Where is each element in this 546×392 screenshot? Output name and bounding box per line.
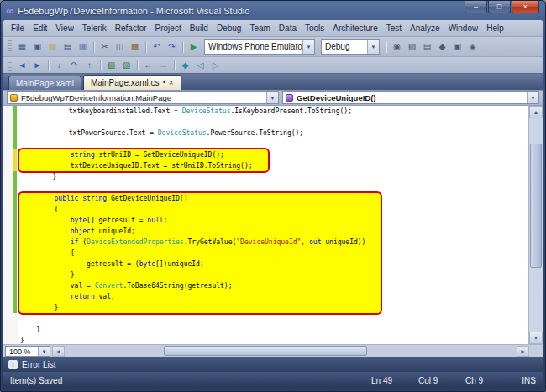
tab-mainpage-xaml-cs[interactable]: MainPage.xaml.cs•× [83,75,181,90]
menu-debug[interactable]: Debug [213,22,245,34]
code-line[interactable]: txtkeyboardinstalled.Text = DeviceStatus… [20,106,528,117]
editor-change-margin[interactable] [3,106,18,344]
tab-mainpage-xaml[interactable]: MainPage.xaml [8,76,81,90]
save-icon[interactable]: ▤ [60,39,75,54]
code-line[interactable]: txtPowerSource.Text = DeviceStatus.Power… [20,128,528,139]
menu-project[interactable]: Project [151,22,186,34]
navigate-forward-icon[interactable]: ► [30,58,45,72]
add-item-icon[interactable]: ▣ [30,39,45,54]
menu-file[interactable]: File [7,22,29,34]
code-line[interactable]: if (DeviceExtendedProperties.TryGetValue… [22,237,365,248]
menu-view[interactable]: View [51,22,78,34]
increase-indent-icon[interactable]: → [156,58,171,72]
code-line[interactable]: } [20,324,528,335]
chevron-down-icon[interactable]: ▼ [266,92,278,103]
code-line[interactable]: byte[] getresult = null; [22,215,365,226]
chevron-down-icon[interactable]: ▼ [527,92,538,103]
vertical-scroll-track[interactable] [529,118,543,332]
step-into-icon[interactable]: ↓ [52,58,66,72]
code-line[interactable]: return val; [22,291,365,302]
code-line[interactable]: txtDeviceUniqueID.Text = strUniID.ToStri… [22,160,253,171]
title-bar[interactable]: ∞ F5debugWp7DeviceInformation - Microsof… [3,1,543,20]
copy-icon[interactable]: ◫ [113,39,127,54]
next-bookmark-icon[interactable]: ▷ [208,58,223,72]
step-over-icon[interactable]: ↷ [67,58,81,72]
previous-bookmark-icon[interactable]: ◁ [193,58,207,72]
scroll-up-icon[interactable]: ▲ [529,106,543,118]
code-section: }} [20,313,528,344]
debug-target-dropdown[interactable]: Windows Phone Emulator▼ [204,39,315,55]
comment-selection-icon[interactable]: ▧ [104,58,118,72]
close-button[interactable]: × [512,1,539,13]
code-token: null [147,217,163,224]
solution-configurations-dropdown[interactable]: Debug▼ [321,39,380,55]
open-file-icon[interactable]: ▨ [45,39,60,54]
toolbar-grip[interactable] [8,60,12,70]
menu-telerik[interactable]: Telerik [78,22,111,34]
new-project-icon[interactable]: ▦ [15,39,29,54]
cut-icon[interactable]: ✂ [97,39,112,54]
vertical-scroll-thumb[interactable] [530,144,542,267]
navigate-backward-icon[interactable]: ◄ [15,58,29,72]
object-browser-icon[interactable]: ◆ [435,39,449,54]
minimize-button[interactable]: – [465,1,487,13]
zoom-dropdown[interactable]: 100 % ▼ [5,346,50,357]
menu-tools[interactable]: Tools [301,22,328,34]
extension-manager-icon[interactable]: ◈ [465,39,480,54]
code-line[interactable]: public string GetDeviceUniqueID() [22,193,365,204]
menu-window[interactable]: Window [444,22,483,34]
save-all-icon[interactable]: ▥ [76,39,90,54]
undo-icon[interactable]: ↶ [150,39,164,54]
scroll-down-icon[interactable]: ▼ [529,332,543,344]
scroll-left-icon[interactable]: ◄ [52,346,65,357]
horizontal-scroll-thumb[interactable] [164,346,367,356]
code-line[interactable]: getresult = (byte[])uniqueId; [22,259,365,269]
menu-test[interactable]: Test [382,22,406,34]
code-line[interactable]: object uniqueId; [22,226,365,237]
code-line[interactable]: val = Convert.ToBase64String(getresult); [22,280,365,291]
maximize-button[interactable]: □ [488,1,511,13]
vertical-scrollbar[interactable]: ▲ ▼ [528,106,543,344]
code-line[interactable]: } [20,335,528,344]
properties-window-icon[interactable]: ▤ [420,39,434,54]
paste-icon[interactable]: ▩ [128,39,142,54]
error-list-panel[interactable]: ! Error List [3,357,543,372]
redo-icon[interactable]: ↷ [165,39,179,54]
menu-analyze[interactable]: Analyze [406,22,444,34]
menu-architecture[interactable]: Architecture [328,22,381,34]
toggle-bookmark-icon[interactable]: ◆ [178,58,192,72]
code-line[interactable]: } [20,171,528,182]
horizontal-scroll-track[interactable] [65,346,517,356]
chevron-down-icon[interactable]: ▼ [38,347,50,356]
uncomment-selection-icon[interactable]: ▨ [119,58,134,72]
decrease-indent-icon[interactable]: ← [141,58,155,72]
code-line[interactable]: string strUniID = GetDeviceUniqueID(); [22,149,253,160]
start-debugging-icon[interactable]: ▶ [186,39,201,54]
menu-help[interactable]: Help [482,22,508,34]
find-in-files-icon[interactable]: ◉ [390,39,404,54]
step-out-icon[interactable]: ↑ [82,58,97,72]
members-dropdown[interactable]: GetDeviceUniqueID() ▼ [282,91,539,104]
types-dropdown[interactable]: F5debugWp7DeviceInformation.MainPage ▼ [7,91,279,104]
scroll-right-icon[interactable]: ► [517,346,529,357]
menu-refactor[interactable]: Refactor [111,22,151,34]
code-lines[interactable]: txtkeyboardinstalled.Text = DeviceStatus… [18,106,528,344]
toolbar-separator [100,60,101,71]
menu-team[interactable]: Team [245,22,274,34]
toolbar-grip[interactable] [8,40,12,53]
menu-data[interactable]: Data [275,22,301,34]
menu-build[interactable]: Build [186,22,213,34]
code-line[interactable]: { [22,248,365,259]
code-line[interactable]: { [22,204,365,215]
close-tab-icon[interactable]: × [169,79,174,87]
menu-edit[interactable]: Edit [29,22,51,34]
code-line[interactable]: } [22,269,365,280]
chevron-down-icon[interactable]: ▼ [367,40,379,54]
change-margin-cell [3,149,18,160]
chevron-down-icon[interactable]: ▼ [302,40,314,54]
solution-explorer-icon[interactable]: ▧ [405,39,419,54]
code-line[interactable]: } [22,302,365,313]
code-line[interactable] [20,117,528,128]
toolbox-icon[interactable]: ▣ [450,39,465,54]
code-line[interactable] [20,313,528,324]
